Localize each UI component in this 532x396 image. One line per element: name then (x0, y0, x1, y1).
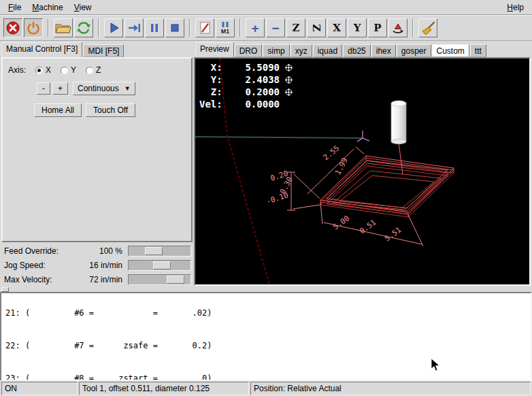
preview-tabs: Preview DRO simp xyz iquad db25 ihex gos… (195, 42, 487, 57)
zoom-in-button[interactable]: + (246, 18, 265, 37)
pane-sash-handle[interactable] (1, 287, 9, 292)
gcode-line[interactable]: 21: ( #6 = = .02) (5, 308, 531, 318)
view-z2-icon: Z (310, 24, 322, 32)
optional-stop-icon: M1 (218, 20, 233, 35)
rotate-view-button[interactable] (388, 18, 408, 37)
override-sliders: Feed Override: 100 % Jog Speed: 16 in/mi… (0, 244, 194, 286)
jog-mode-dropdown[interactable]: Continuous ▼ (73, 82, 135, 95)
tab-manual-control[interactable]: Manual Control [F3] (1, 42, 82, 57)
axis-y-label: Y (71, 65, 76, 75)
view-p-button[interactable]: P (368, 18, 387, 37)
menu-view[interactable]: View (69, 1, 97, 14)
jog-plus-button[interactable]: + (52, 82, 68, 95)
tab-simp[interactable]: simp (263, 44, 289, 57)
axis-x-label: X (46, 65, 51, 75)
menu-help[interactable]: Help (501, 1, 529, 14)
view-x-icon: X (333, 22, 341, 34)
view-x-button[interactable]: X (327, 18, 346, 37)
tool-cylinder (391, 101, 406, 144)
clear-plot-broom-icon (420, 20, 436, 35)
manual-control-panel: Axis: X Y Z - + Continuous ▼ Home All (1, 57, 193, 242)
jog-minus-button[interactable]: - (37, 82, 50, 95)
dro-vel-value: 0.0000 (222, 98, 280, 110)
open-file-button[interactable] (54, 18, 73, 37)
max-velocity-row: Max Velocity: 72 in/min (0, 272, 194, 286)
toolbar-separator (48, 19, 49, 37)
toolbar-separator (412, 19, 414, 37)
estop-button[interactable] (3, 18, 22, 37)
tab-preview[interactable]: Preview (195, 42, 234, 57)
block-delete-button[interactable] (195, 18, 214, 37)
dro-x-row: X: 5.5090 (199, 61, 293, 73)
stop-button[interactable] (165, 18, 184, 37)
estop-icon (5, 20, 20, 35)
view-y-icon: Y (354, 22, 361, 34)
axis-select-row: Axis: X Y Z (8, 65, 191, 75)
zoom-out-icon: − (271, 22, 279, 35)
dim-label: 2.55 (322, 144, 342, 162)
jog-speed-slider[interactable] (128, 260, 191, 271)
tab-iquad[interactable]: iquad (313, 44, 342, 57)
touch-off-button[interactable]: Touch Off (86, 103, 135, 117)
toolpath (320, 142, 454, 217)
dim-label: 5.51 (383, 225, 403, 243)
tab-ihex[interactable]: ihex (371, 44, 396, 57)
dro-vel-row: Vel: 0.0000 (199, 98, 293, 110)
dro-x-label: X: (199, 61, 222, 73)
max-velocity-slider[interactable] (128, 274, 191, 285)
gcode-line[interactable]: 22: ( #7 = zsafe = 0.2) (5, 340, 531, 351)
tab-gosper[interactable]: gosper (397, 44, 431, 57)
tab-xyz[interactable]: xyz (290, 44, 312, 57)
axis-radio-y[interactable]: Y (61, 65, 76, 75)
slider-thumb[interactable] (153, 261, 171, 269)
jog-speed-label: Jog Speed: (4, 261, 65, 270)
home-all-button[interactable]: Home All (34, 103, 82, 117)
open-folder-icon (55, 21, 71, 35)
dim-label: 5.00 (331, 214, 351, 231)
machine-power-button[interactable] (24, 18, 43, 37)
dro-y-value: 2.4038 (222, 73, 280, 86)
tab-mdi[interactable]: MDI [F5] (83, 44, 124, 57)
max-velocity-label: Max Velocity: (4, 275, 65, 284)
svg-text:M1: M1 (221, 28, 230, 35)
run-button[interactable] (104, 18, 123, 37)
feed-override-slider[interactable] (128, 246, 191, 257)
homed-icon (285, 76, 293, 84)
zoom-out-button[interactable]: − (266, 18, 285, 37)
preview-panel: 2.55 1.99 0.20 0.30 -0.10 5.00 0.51 5.51… (194, 57, 531, 286)
reload-button[interactable] (74, 18, 93, 37)
feed-override-value: 100 % (65, 246, 128, 256)
tab-db25[interactable]: db25 (343, 44, 371, 57)
dro-z-value: 0.2000 (222, 86, 280, 98)
step-button[interactable] (124, 18, 144, 37)
home-row: Home All Touch Off (34, 103, 191, 117)
view-z-button[interactable]: Z (286, 18, 305, 37)
clear-plot-button[interactable] (418, 18, 437, 37)
pause-icon (147, 20, 162, 35)
gcode-line[interactable]: 23: ( #8 = zstart = 0) (5, 373, 531, 381)
menu-machine[interactable]: Machine (27, 1, 68, 14)
view-y-button[interactable]: Y (348, 18, 367, 37)
gcode-listing[interactable]: 21: ( #6 = = .02) 22: ( #7 = zsafe = 0.2… (0, 292, 532, 381)
menu-file[interactable]: File (3, 1, 27, 14)
slider-thumb[interactable] (167, 276, 184, 284)
mouse-cursor (431, 358, 440, 372)
tab-dro[interactable]: DRO (235, 44, 263, 57)
pause-button[interactable] (145, 18, 164, 37)
tab-custom[interactable]: Custom (432, 44, 469, 57)
dimension-lines (287, 147, 423, 246)
view-z2-button[interactable]: Z (307, 18, 326, 37)
dim-label: -0.10 (265, 191, 290, 206)
axis-radio-x[interactable]: X (35, 65, 51, 75)
radio-icon (86, 67, 93, 74)
axis-radio-z[interactable]: Z (86, 65, 101, 75)
control-tabs: Manual Control [F3] MDI [F5] (1, 42, 124, 57)
toolbar-separator (239, 19, 241, 37)
tab-ttt[interactable]: ttt (470, 44, 486, 57)
slider-thumb[interactable] (145, 247, 163, 255)
rotate-view-icon (390, 20, 405, 35)
jog-row: - + Continuous ▼ (37, 82, 191, 95)
dro-y-label: Y: (199, 73, 222, 86)
optional-stop-button[interactable]: M1 (216, 18, 235, 37)
radio-icon (61, 67, 68, 74)
